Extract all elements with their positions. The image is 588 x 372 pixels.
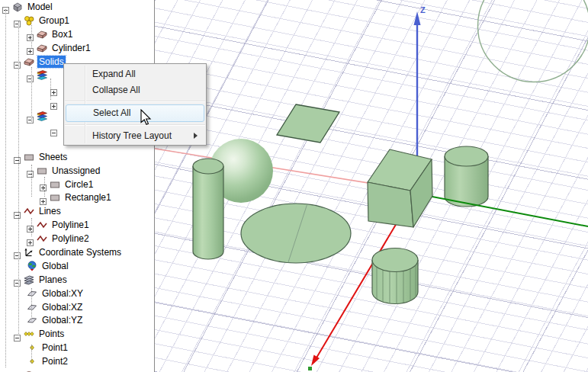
tree-item-label[interactable]: Box1 xyxy=(50,28,74,40)
collapse-icon[interactable] xyxy=(50,126,57,133)
expand-icon[interactable] xyxy=(50,85,57,92)
expand-icon[interactable] xyxy=(27,30,34,37)
tree-item-label[interactable]: Model xyxy=(26,1,54,13)
collapse-icon[interactable] xyxy=(14,17,21,24)
tree-item-label[interactable]: Global:YZ xyxy=(40,314,84,326)
rectangle-sheet-shape[interactable] xyxy=(277,104,339,143)
collapse-icon[interactable] xyxy=(14,276,21,283)
tree-item-rectangle1[interactable]: Rectangle1 xyxy=(0,191,154,204)
tree-item-label[interactable]: Cylinder1 xyxy=(50,42,92,54)
z-axis-label: Z xyxy=(420,5,426,14)
line-icon xyxy=(24,206,34,216)
expand-icon[interactable] xyxy=(27,222,34,229)
tree-item-label[interactable]: Unassigned xyxy=(50,165,101,177)
tree-item-label[interactable]: Planes xyxy=(37,274,69,286)
tree-item-group1[interactable]: Group1 xyxy=(0,14,154,27)
x-axis-arrowhead xyxy=(311,355,320,367)
tall-cylinder-shape[interactable] xyxy=(193,159,223,259)
tree-item-global-xz[interactable]: Global:XZ xyxy=(0,300,154,314)
group-icon xyxy=(24,15,34,26)
tree-item-points[interactable]: Points xyxy=(0,327,154,341)
menu-item-history-tree-layout[interactable]: History Tree Layout xyxy=(66,128,204,144)
collapse-icon[interactable] xyxy=(14,153,21,160)
tree-item-label[interactable]: Group1 xyxy=(37,14,71,27)
collapse-icon[interactable] xyxy=(14,58,21,65)
plane-icon xyxy=(27,288,37,299)
tree-item-global[interactable]: Global xyxy=(0,259,154,273)
sheet-icon xyxy=(37,165,47,176)
tree-item-label[interactable]: Circle1 xyxy=(63,178,95,191)
tree-item-global-xy[interactable]: Global:XY xyxy=(0,287,154,300)
box-shape[interactable] xyxy=(368,149,432,227)
tree-item-label[interactable]: Polyline1 xyxy=(50,219,91,231)
planes-icon xyxy=(24,274,34,285)
right-cylinder-shape[interactable] xyxy=(445,146,488,207)
tree-item-label[interactable]: Coordinate Systems xyxy=(37,246,123,258)
panel-splitter[interactable] xyxy=(154,0,155,372)
tree-item-coordinate-systems[interactable]: Coordinate Systems xyxy=(0,245,154,259)
bodies-icon xyxy=(37,69,47,80)
origin-point-marker xyxy=(308,367,312,370)
scene-3d: Z xyxy=(155,0,588,372)
tree-item-label[interactable]: Rectangle1 xyxy=(63,191,113,204)
sheet-icon xyxy=(50,192,60,203)
expand-icon[interactable] xyxy=(40,181,47,188)
menu-item-expand-all[interactable]: Expand All xyxy=(66,66,204,82)
tree-item-point1[interactable]: Point1 xyxy=(0,341,154,354)
tree-item-label[interactable]: Global xyxy=(40,260,70,272)
tree-item-label[interactable]: Polyline2 xyxy=(50,232,91,245)
tree-item-sheets[interactable]: Sheets xyxy=(0,150,154,164)
point-icon xyxy=(27,342,37,353)
tree-item-circle1[interactable]: Circle1 xyxy=(0,178,154,191)
viewport-3d[interactable]: Z xyxy=(155,0,588,372)
large-circle-arc[interactable] xyxy=(478,0,588,82)
line-icon xyxy=(37,220,47,230)
tree-item-polyline2[interactable]: Polyline2 xyxy=(0,232,154,245)
tree-item-label[interactable]: Sheets xyxy=(37,151,69,163)
collapse-icon[interactable] xyxy=(14,249,21,255)
solid-icon xyxy=(37,29,47,40)
menu-item-label: History Tree Layout xyxy=(92,130,172,141)
expand-icon[interactable] xyxy=(27,236,34,242)
collapse-icon[interactable] xyxy=(27,167,34,174)
tree-item-global-yz[interactable]: Global:YZ xyxy=(0,313,154,327)
tree-item-unassigned[interactable]: Unassigned xyxy=(0,164,154,178)
tree-item-label[interactable]: Global:XZ xyxy=(40,301,84,313)
tree-item-label[interactable]: Lines xyxy=(37,205,63,217)
tree-item-label[interactable]: Point2 xyxy=(40,355,69,367)
tree-item-box1[interactable]: Box1 xyxy=(0,27,154,41)
tree-item-label[interactable]: Point1 xyxy=(40,342,69,354)
collapse-icon[interactable] xyxy=(27,72,34,79)
solid-icon xyxy=(24,56,34,67)
menu-item-collapse-all[interactable]: Collapse All xyxy=(66,82,204,98)
menu-item-select-all[interactable]: Select All xyxy=(66,104,204,122)
cs-icon xyxy=(24,247,34,258)
tree-item-label[interactable]: Points xyxy=(37,328,66,340)
collapse-icon[interactable] xyxy=(27,113,34,120)
model-icon xyxy=(12,2,23,12)
line-icon xyxy=(37,233,47,244)
globe-icon xyxy=(27,261,37,271)
tree-item-polyline1[interactable]: Polyline1 xyxy=(0,218,154,232)
tree-item-cylinder1[interactable]: Cylinder1 xyxy=(0,41,154,55)
y-axis xyxy=(416,194,588,226)
tree-item-point2[interactable]: Point2 xyxy=(0,354,154,368)
plane-icon xyxy=(27,302,37,313)
collapse-icon[interactable] xyxy=(14,331,21,338)
tree-item-planes[interactable]: Planes xyxy=(0,273,154,287)
tree-item-hidden-27[interactable] xyxy=(0,368,154,372)
expand-icon[interactable] xyxy=(40,194,47,201)
points-icon xyxy=(24,329,34,339)
application-window: Z xyxy=(0,0,588,372)
point-icon xyxy=(27,356,37,367)
tree-item-lines[interactable]: Lines xyxy=(0,204,154,218)
expand-icon[interactable] xyxy=(27,44,34,51)
collapse-icon[interactable] xyxy=(14,208,21,215)
expand-icon[interactable] xyxy=(50,99,57,106)
solid-icon xyxy=(37,43,47,53)
faceted-cylinder-shape[interactable] xyxy=(372,249,418,304)
tree-item-model[interactable]: Model xyxy=(0,0,154,14)
tree-item-label[interactable]: Solids xyxy=(37,56,66,68)
tree-item-label[interactable]: Global:XY xyxy=(40,287,85,300)
disc-shape[interactable] xyxy=(241,201,351,267)
